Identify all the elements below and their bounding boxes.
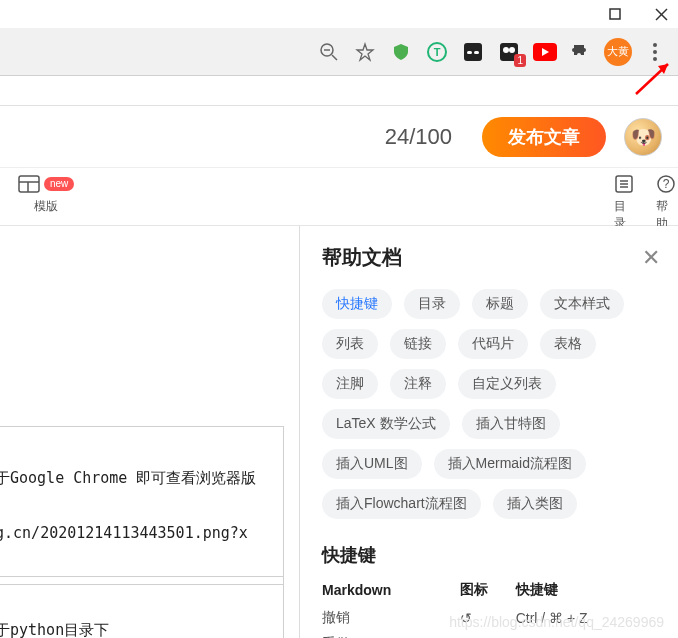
svg-point-18 <box>653 50 657 54</box>
editor-header: 发布文章 🐶 <box>0 106 678 168</box>
help-panel: 帮助文档 ✕ 快捷键目录标题文本样式列表链接代码片表格注脚注释自定义列表LaTe… <box>300 226 678 638</box>
help-tag[interactable]: 链接 <box>390 329 446 359</box>
code-line-1: 于Google Chrome 即可查看浏览器版 <box>0 469 279 488</box>
template-label: 模版 <box>34 198 58 215</box>
avatar-label: 大黄 <box>607 44 629 59</box>
help-tag[interactable]: 注释 <box>390 369 446 399</box>
svg-point-13 <box>503 47 509 53</box>
youtube-extension-icon[interactable] <box>532 39 558 65</box>
toc-tool[interactable]: 目录 <box>614 172 634 232</box>
toc-icon <box>614 174 634 194</box>
tab-strip-area <box>0 76 678 106</box>
svg-line-5 <box>332 55 337 60</box>
new-badge: new <box>44 177 74 191</box>
help-tag[interactable]: 表格 <box>540 329 596 359</box>
zoom-out-icon[interactable] <box>316 39 342 65</box>
help-tag[interactable]: 代码片 <box>458 329 528 359</box>
shortcuts-table: Markdown 图标 快捷键 撤销↺Ctrl / ⌘ + Z重做↻Ctrl /… <box>322 581 660 638</box>
browser-toolbar: T 1 大黄 <box>0 28 678 76</box>
help-tag-list: 快捷键目录标题文本样式列表链接代码片表格注脚注释自定义列表LaTeX 数学公式插… <box>322 289 660 519</box>
help-tag[interactable]: 插入甘特图 <box>462 409 560 439</box>
template-icon <box>18 175 40 193</box>
editor-tools-row: new 模版 目录 ? 帮助 <box>0 168 678 226</box>
help-tool[interactable]: ? 帮助 <box>656 172 676 232</box>
shortcuts-section-title: 快捷键 <box>322 543 660 567</box>
help-tag[interactable]: 快捷键 <box>322 289 392 319</box>
svg-point-17 <box>653 43 657 47</box>
svg-rect-9 <box>464 43 482 61</box>
editor-pane[interactable]: 于Google Chrome 即可查看浏览器版 g.cn/20201214113… <box>0 226 299 638</box>
user-avatar-doge[interactable]: 🐶 <box>624 118 662 156</box>
window-titlebar <box>0 0 678 28</box>
template-tool[interactable]: new 模版 <box>18 172 74 215</box>
svg-point-14 <box>509 47 515 53</box>
svg-text:T: T <box>434 46 441 58</box>
star-icon[interactable] <box>352 39 378 65</box>
th-shortcut: 快捷键 <box>516 581 660 605</box>
annotation-arrow <box>630 60 674 96</box>
title-input[interactable] <box>0 117 464 157</box>
help-panel-title: 帮助文档 <box>322 244 402 271</box>
svg-rect-11 <box>474 51 479 54</box>
t-circle-extension-icon[interactable]: T <box>424 39 450 65</box>
help-tag[interactable]: LaTeX 数学公式 <box>322 409 450 439</box>
code-line-2: g.cn/20201214113443501.png?x <box>0 524 279 542</box>
help-tag[interactable]: 插入Flowchart流程图 <box>322 489 481 519</box>
th-icon: 图标 <box>460 581 516 605</box>
help-tag[interactable]: 插入UML图 <box>322 449 422 479</box>
publish-button[interactable]: 发布文章 <box>482 117 606 157</box>
svg-rect-0 <box>610 9 620 19</box>
help-tag[interactable]: 文本样式 <box>540 289 624 319</box>
help-tag[interactable]: 目录 <box>404 289 460 319</box>
incognito-extension-icon[interactable] <box>460 39 486 65</box>
help-tag[interactable]: 插入类图 <box>493 489 577 519</box>
profile-avatar[interactable]: 大黄 <box>604 38 632 66</box>
help-icon: ? <box>656 174 676 194</box>
svg-rect-22 <box>19 176 39 192</box>
help-tag[interactable]: 列表 <box>322 329 378 359</box>
close-help-button[interactable]: ✕ <box>642 245 660 271</box>
table-row: 重做↻Ctrl / ⌘ + Y <box>322 631 660 638</box>
help-tag[interactable]: 插入Mermaid流程图 <box>434 449 586 479</box>
notification-badge: 1 <box>514 54 526 67</box>
table-row: 撤销↺Ctrl / ⌘ + Z <box>322 605 660 631</box>
close-window-button[interactable] <box>650 3 672 25</box>
svg-rect-10 <box>467 51 472 54</box>
help-tag[interactable]: 标题 <box>472 289 528 319</box>
extensions-puzzle-icon[interactable] <box>568 39 594 65</box>
code-line-3: 于python目录下 <box>0 621 279 638</box>
notification-extension-icon[interactable]: 1 <box>496 39 522 65</box>
shield-extension-icon[interactable] <box>388 39 414 65</box>
svg-marker-6 <box>357 44 373 60</box>
help-tag[interactable]: 自定义列表 <box>458 369 556 399</box>
maximize-button[interactable] <box>604 3 626 25</box>
help-tag[interactable]: 注脚 <box>322 369 378 399</box>
svg-text:?: ? <box>663 177 670 191</box>
main-area: 于Google Chrome 即可查看浏览器版 g.cn/20201214113… <box>0 226 678 638</box>
th-markdown: Markdown <box>322 581 460 605</box>
